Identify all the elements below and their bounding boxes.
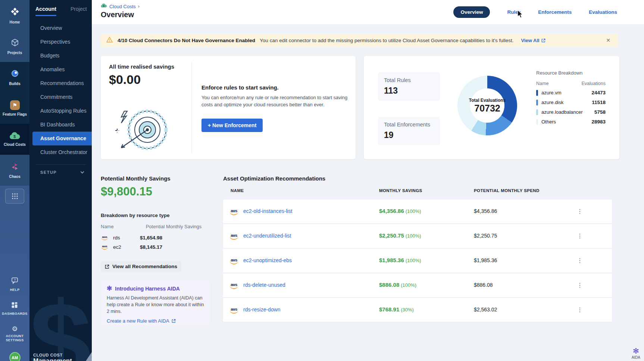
page-title: Overview — [101, 10, 134, 19]
setup-section-toggle[interactable]: SETUP — [29, 165, 92, 175]
potential-spend-value: $2,250.75 — [474, 233, 497, 239]
aida-floating-button[interactable]: ✻ AIDA — [632, 347, 640, 360]
row-menu-button[interactable] — [575, 231, 584, 241]
aida-description: Harness AI Development Assistant (AIDA) … — [107, 295, 204, 315]
tab-evaluations[interactable]: Evaluations — [589, 9, 617, 15]
potential-savings-value: $9,800.15 — [101, 185, 152, 198]
tab-project[interactable]: Project — [71, 6, 87, 16]
row-menu-button[interactable] — [575, 305, 584, 315]
sidebar-resize-handle[interactable] — [86, 352, 92, 361]
dashboards-button[interactable]: DASHBOARDS — [2, 302, 28, 316]
target-illustration — [110, 104, 172, 154]
aws-icon: aws — [229, 209, 239, 216]
recommendations-table: aws ec2-old-instances-list $4,356.86(100… — [223, 199, 612, 322]
user-avatar[interactable]: AM — [9, 352, 21, 361]
aida-flower-icon: ✻ — [633, 347, 639, 355]
breakdown-row: aws rds $1,654.98 — [101, 233, 209, 242]
monthly-savings-value: $1,985.36(100%) — [379, 257, 421, 263]
rail-item-home[interactable]: Home — [0, 0, 29, 31]
monthly-savings-value: $768.91(30%) — [379, 306, 414, 313]
rail-item-feature-flags[interactable]: ⚑ Feature Flags — [0, 93, 29, 124]
resource-breakdown-legend: Resource Breakdown Name Evaluations azur… — [536, 70, 606, 125]
recommendation-link[interactable]: ec2-unoptimized-ebs — [243, 257, 292, 263]
external-link-icon — [541, 38, 545, 43]
donut-center-value: 70732 — [474, 103, 500, 114]
legend-category: azure.vm — [541, 90, 561, 95]
chaos-icon — [10, 162, 19, 172]
recommendation-link[interactable]: rds-resize-down — [243, 307, 281, 313]
rail-label: Builds — [9, 82, 21, 86]
sidebar-menu-item[interactable]: Perspectives — [29, 35, 92, 49]
recommendation-link[interactable]: ec2-underutilized-list — [243, 233, 291, 239]
account-settings-button[interactable]: ⚙ ACCOUNT SETTINGS — [6, 326, 24, 342]
sidebar-menu-item[interactable]: Asset Governance — [32, 132, 92, 145]
table-row: aws ec2-underutilized-list $2,250.75(100… — [223, 224, 612, 248]
governance-warning-banner: 4/10 Cloud Connectors Do Not Have Govern… — [101, 34, 618, 47]
rail-item-chaos[interactable]: Chaos — [0, 155, 29, 186]
page-header: $ Cloud Costs › Overview Overview Rules … — [92, 0, 644, 25]
banner-body: You can edit connector to add the missin… — [260, 38, 513, 43]
sidebar-menu-item[interactable]: Budgets — [29, 49, 92, 63]
builds-icon — [10, 69, 19, 79]
donut-center: Total Evaluations 70732 — [470, 88, 504, 123]
governance-stats-card: Total Rules 113 Total Enforcements 19 To… — [364, 56, 619, 159]
total-enforcements-panel: Total Enforcements 19 — [378, 117, 440, 145]
tab-overview[interactable]: Overview — [453, 6, 490, 18]
tab-rules[interactable]: Rules — [507, 9, 521, 15]
potential-spend-value: $1,985.36 — [474, 257, 497, 263]
row-menu-button[interactable] — [575, 206, 584, 217]
rail-label: Chaos — [9, 175, 21, 179]
sidebar: Account Project Overview Perspectives Bu… — [29, 0, 92, 361]
sidebar-menu-item[interactable]: Cluster Orchestrator — [29, 145, 92, 159]
module-footer-label: CLOUD COST Management — [33, 353, 72, 361]
scope-tabs: Account Project — [29, 0, 92, 16]
legend-color-swatch — [536, 90, 538, 96]
sidebar-menu-item[interactable]: Commitments — [29, 90, 92, 104]
feature-flags-icon: ⚑ — [10, 100, 20, 110]
rail-item-cloud-costs[interactable]: $ Cloud Costs — [0, 124, 29, 155]
sidebar-menu: Overview Perspectives Budgets Anomalies … — [29, 21, 92, 159]
view-all-link[interactable]: View All — [521, 38, 545, 43]
breakdown-header: Name Potential Monthly Savings — [101, 224, 209, 229]
sidebar-menu-item[interactable]: Overview — [29, 21, 92, 35]
tab-account[interactable]: Account — [35, 6, 56, 16]
donut-center-label: Total Evaluations — [469, 98, 506, 103]
aws-icon: aws — [101, 244, 109, 249]
view-all-recommendations-button[interactable]: View all Recommendations — [101, 261, 181, 272]
top-nav-tabs: Overview Rules Enforcements Evaluations — [453, 6, 617, 18]
help-label: HELP — [10, 288, 20, 292]
row-menu-button[interactable] — [575, 255, 584, 266]
tab-enforcements[interactable]: Enforcements — [538, 9, 572, 15]
breadcrumb-cloud-costs[interactable]: Cloud Costs — [109, 4, 136, 9]
gear-icon: ⚙ — [12, 326, 18, 332]
module-rail: Home Projects Builds ⚑ Feature Flags $ C… — [0, 0, 29, 361]
rail-item-builds[interactable]: Builds — [0, 62, 29, 93]
dashboards-label: DASHBOARDS — [2, 312, 28, 316]
harness-logo-icon — [10, 7, 20, 18]
legend-color-swatch — [536, 100, 538, 106]
recommendation-link[interactable]: ec2-old-instances-list — [243, 208, 293, 214]
potential-spend-value: $2,563.02 — [474, 307, 497, 313]
create-rule-with-aida-link[interactable]: Create a new Rule with AIDA — [107, 318, 204, 324]
app-switcher-button[interactable] — [5, 189, 24, 204]
total-enforcements-label: Total Enforcements — [384, 122, 434, 128]
legend-row: Others28983 — [536, 119, 606, 125]
close-icon[interactable]: ✕ — [604, 37, 613, 44]
sidebar-menu-item[interactable]: Anomalies — [29, 63, 92, 76]
legend-color-swatch — [536, 109, 538, 115]
new-enforcement-button[interactable]: + New Enforcement — [201, 119, 263, 132]
sidebar-menu-item[interactable]: Recommendations — [29, 76, 92, 90]
rail-label: Home — [10, 20, 20, 24]
aws-icon: aws — [229, 307, 239, 314]
help-button[interactable]: ? HELP — [10, 277, 20, 292]
potential-spend-value: $886.08 — [474, 282, 493, 288]
legend-category: azure.loadbalancer — [541, 109, 583, 115]
rail-label: Projects — [7, 51, 22, 55]
recommendation-link[interactable]: rds-delete-unused — [243, 282, 285, 288]
row-menu-button[interactable] — [575, 280, 584, 291]
legend-row: azure.disk11518 — [536, 99, 606, 106]
sidebar-menu-item[interactable]: BI Dashboards — [29, 118, 92, 132]
sidebar-menu-item[interactable]: AutoStopping Rules — [29, 104, 92, 118]
card-divider — [191, 62, 192, 153]
rail-item-projects[interactable]: Projects — [0, 31, 29, 62]
